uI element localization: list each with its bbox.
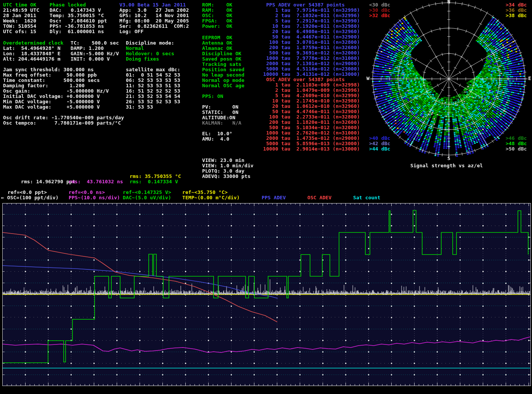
lady-heather-screen: Signal strength vs az/el UTC time OK21:4…: [0, 0, 532, 394]
satellite-signal-polar-chart: [366, 0, 532, 162]
